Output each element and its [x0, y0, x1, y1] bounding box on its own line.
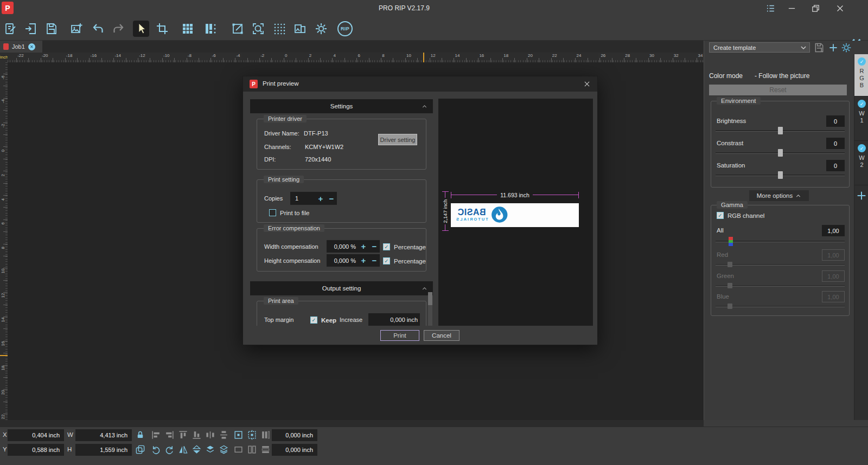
undo-icon[interactable]	[90, 21, 106, 37]
dialog-scrollbar-thumb[interactable]	[428, 292, 432, 305]
saturation-value[interactable]: 0	[826, 160, 845, 171]
import-file-icon[interactable]	[23, 21, 39, 37]
copies-decrease-button[interactable]: −	[326, 194, 337, 203]
saturation-slider-handle[interactable]	[778, 171, 783, 179]
height-percentage-checkbox[interactable]	[383, 257, 390, 264]
contrast-slider-handle[interactable]	[778, 149, 783, 157]
height-field[interactable]: 1,559 inch	[75, 444, 132, 456]
channel-enabled-check-icon[interactable]	[858, 57, 866, 66]
restore-button[interactable]	[811, 4, 820, 13]
image-compare-icon[interactable]	[292, 21, 308, 37]
x-position-field[interactable]: 0,404 inch	[8, 429, 64, 441]
width-increase-button[interactable]: +	[358, 242, 369, 251]
height-decrease-button[interactable]: −	[369, 256, 380, 265]
new-job-icon[interactable]	[2, 21, 18, 37]
horizontal-ruler[interactable]: -22-20-18-16-14-12-10-8-6-4-202468101214…	[8, 53, 704, 62]
template-select[interactable]: Create template	[709, 42, 810, 53]
center-vertical-icon[interactable]	[247, 430, 257, 440]
close-window-button[interactable]	[835, 4, 845, 13]
reset-button[interactable]: Reset	[709, 85, 847, 95]
grid-layout-icon[interactable]	[180, 21, 196, 37]
gamma-all-slider[interactable]	[716, 241, 845, 242]
vertical-offset-field[interactable]: 0,000 inch	[272, 444, 317, 456]
gamma-all-value[interactable]: 1,00	[822, 225, 845, 236]
columns-icon[interactable]	[260, 430, 271, 440]
tab-job1[interactable]: Job1	[0, 41, 42, 53]
dot-grid-icon[interactable]	[271, 21, 288, 37]
align-top-icon[interactable]	[178, 430, 188, 440]
channel-tab-w1[interactable]: W 1	[854, 96, 868, 141]
horizontal-offset-field[interactable]: 0,000 inch	[272, 429, 317, 441]
copies-increase-button[interactable]: +	[315, 194, 326, 203]
send-backward-icon[interactable]	[219, 444, 229, 455]
rgb-channel-checkbox[interactable]	[717, 212, 724, 219]
brightness-slider-handle[interactable]	[778, 127, 783, 134]
add-channel-icon[interactable]	[856, 190, 867, 202]
y-position-field[interactable]: 0,588 inch	[8, 444, 64, 456]
rotate-cw-icon[interactable]	[164, 444, 175, 455]
rotate-group-icon[interactable]	[135, 444, 145, 455]
keep-checkbox[interactable]	[310, 317, 317, 324]
flip-vertical-icon[interactable]	[192, 444, 202, 455]
dialog-title-bar[interactable]: P Print preview	[243, 76, 597, 92]
more-options-button[interactable]: More options	[749, 190, 809, 201]
panel-settings-gear-icon[interactable]	[841, 42, 852, 53]
align-left-icon[interactable]	[151, 430, 161, 440]
print-button[interactable]: Print	[380, 330, 419, 341]
channel-enabled-check-icon[interactable]	[858, 100, 866, 108]
object-split-icon[interactable]	[247, 444, 257, 455]
zoom-selection-icon[interactable]	[250, 21, 266, 37]
contrast-value[interactable]: 0	[826, 138, 845, 149]
align-right-icon[interactable]	[164, 430, 175, 440]
canvas-horizontal-scrollbar[interactable]	[0, 420, 704, 427]
height-compensation-value[interactable]: 0,000 %	[327, 257, 358, 264]
distribute-horizontal-icon[interactable]	[205, 430, 215, 440]
save-template-icon[interactable]	[814, 42, 825, 53]
saturation-slider[interactable]	[716, 175, 845, 176]
driver-setting-button[interactable]: Driver setting	[378, 134, 417, 145]
dialog-close-icon[interactable]	[583, 80, 591, 88]
minimize-button[interactable]	[787, 4, 796, 13]
distribute-vertical-icon[interactable]	[219, 430, 229, 440]
align-bottom-icon[interactable]	[192, 430, 202, 440]
rip-button[interactable]: RIP	[337, 21, 353, 37]
redo-icon[interactable]	[110, 21, 126, 37]
select-tool-icon[interactable]	[133, 21, 149, 37]
gamma-all-slider-handle[interactable]	[729, 237, 733, 246]
tile-layout-icon[interactable]	[202, 21, 219, 37]
vertical-ruler[interactable]: -6-4-20246810121416182022	[0, 62, 8, 420]
dialog-scrollbar[interactable]	[428, 292, 432, 326]
width-decrease-button[interactable]: −	[369, 242, 380, 251]
add-template-icon[interactable]	[828, 42, 839, 53]
center-horizontal-icon[interactable]	[233, 430, 244, 440]
brightness-slider[interactable]	[716, 130, 845, 132]
object-frame-icon[interactable]	[233, 444, 244, 455]
width-compensation-value[interactable]: 0,000 %	[327, 243, 358, 250]
add-image-icon[interactable]	[68, 21, 85, 37]
top-margin-field[interactable]: 0,000 inch	[368, 313, 420, 326]
width-field[interactable]: 4,413 inch	[75, 429, 132, 441]
bring-forward-icon[interactable]	[205, 444, 215, 455]
contrast-slider[interactable]	[716, 152, 845, 154]
height-increase-button[interactable]: +	[358, 256, 369, 265]
brightness-value[interactable]: 0	[826, 115, 845, 127]
transform-frame-icon[interactable]	[229, 21, 246, 37]
lock-aspect-icon[interactable]	[135, 430, 145, 440]
channel-tab-w2[interactable]: W 2	[854, 141, 868, 185]
cancel-button[interactable]: Cancel	[424, 330, 459, 341]
menu-list-icon[interactable]	[766, 4, 775, 13]
object-stack-icon[interactable]	[260, 444, 271, 455]
width-percentage-checkbox[interactable]	[383, 243, 390, 250]
save-icon[interactable]	[43, 21, 60, 37]
rotate-ccw-icon[interactable]	[151, 444, 161, 455]
settings-gear-icon[interactable]	[313, 21, 329, 37]
print-to-file-checkbox[interactable]	[269, 209, 276, 216]
flip-horizontal-icon[interactable]	[178, 444, 188, 455]
tab-close-icon[interactable]	[28, 43, 35, 50]
channel-enabled-check-icon[interactable]	[858, 144, 866, 152]
channel-tab-rgb[interactable]: R G B	[854, 54, 868, 96]
copies-value[interactable]: 1	[290, 195, 315, 202]
output-setting-section-header[interactable]: Output setting	[250, 281, 433, 295]
settings-section-header[interactable]: Settings	[250, 99, 433, 113]
crop-tool-icon[interactable]	[154, 21, 170, 37]
